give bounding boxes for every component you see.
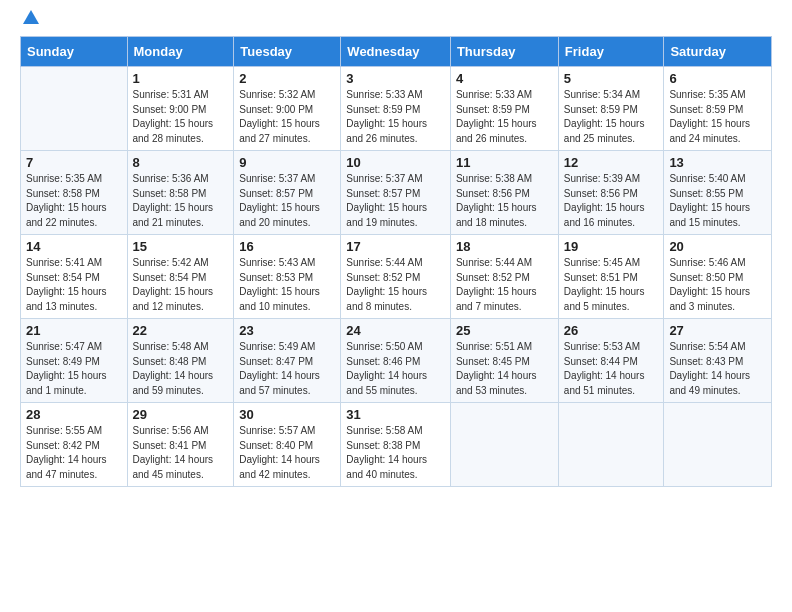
day-info: Sunrise: 5:54 AM Sunset: 8:43 PM Dayligh… (669, 340, 766, 398)
day-info: Sunrise: 5:45 AM Sunset: 8:51 PM Dayligh… (564, 256, 659, 314)
calendar-week-row: 1Sunrise: 5:31 AM Sunset: 9:00 PM Daylig… (21, 67, 772, 151)
day-number: 10 (346, 155, 445, 170)
calendar-cell: 29Sunrise: 5:56 AM Sunset: 8:41 PM Dayli… (127, 403, 234, 487)
day-info: Sunrise: 5:37 AM Sunset: 8:57 PM Dayligh… (239, 172, 335, 230)
calendar-cell: 9Sunrise: 5:37 AM Sunset: 8:57 PM Daylig… (234, 151, 341, 235)
day-header-saturday: Saturday (664, 37, 772, 67)
calendar-cell: 28Sunrise: 5:55 AM Sunset: 8:42 PM Dayli… (21, 403, 128, 487)
day-number: 13 (669, 155, 766, 170)
day-info: Sunrise: 5:51 AM Sunset: 8:45 PM Dayligh… (456, 340, 553, 398)
day-number: 8 (133, 155, 229, 170)
calendar-cell: 16Sunrise: 5:43 AM Sunset: 8:53 PM Dayli… (234, 235, 341, 319)
day-number: 22 (133, 323, 229, 338)
calendar-cell: 7Sunrise: 5:35 AM Sunset: 8:58 PM Daylig… (21, 151, 128, 235)
day-info: Sunrise: 5:49 AM Sunset: 8:47 PM Dayligh… (239, 340, 335, 398)
day-info: Sunrise: 5:56 AM Sunset: 8:41 PM Dayligh… (133, 424, 229, 482)
day-header-friday: Friday (558, 37, 664, 67)
day-info: Sunrise: 5:32 AM Sunset: 9:00 PM Dayligh… (239, 88, 335, 146)
day-number: 16 (239, 239, 335, 254)
calendar-cell (21, 67, 128, 151)
calendar-cell (450, 403, 558, 487)
day-header-wednesday: Wednesday (341, 37, 451, 67)
day-info: Sunrise: 5:31 AM Sunset: 9:00 PM Dayligh… (133, 88, 229, 146)
calendar-header-row: SundayMondayTuesdayWednesdayThursdayFrid… (21, 37, 772, 67)
day-number: 9 (239, 155, 335, 170)
day-number: 18 (456, 239, 553, 254)
calendar-cell: 6Sunrise: 5:35 AM Sunset: 8:59 PM Daylig… (664, 67, 772, 151)
calendar-week-row: 28Sunrise: 5:55 AM Sunset: 8:42 PM Dayli… (21, 403, 772, 487)
calendar-cell: 22Sunrise: 5:48 AM Sunset: 8:48 PM Dayli… (127, 319, 234, 403)
day-info: Sunrise: 5:35 AM Sunset: 8:58 PM Dayligh… (26, 172, 122, 230)
calendar-cell: 2Sunrise: 5:32 AM Sunset: 9:00 PM Daylig… (234, 67, 341, 151)
calendar-cell: 1Sunrise: 5:31 AM Sunset: 9:00 PM Daylig… (127, 67, 234, 151)
calendar-cell: 26Sunrise: 5:53 AM Sunset: 8:44 PM Dayli… (558, 319, 664, 403)
day-number: 24 (346, 323, 445, 338)
day-number: 7 (26, 155, 122, 170)
day-info: Sunrise: 5:34 AM Sunset: 8:59 PM Dayligh… (564, 88, 659, 146)
calendar-cell: 15Sunrise: 5:42 AM Sunset: 8:54 PM Dayli… (127, 235, 234, 319)
day-info: Sunrise: 5:42 AM Sunset: 8:54 PM Dayligh… (133, 256, 229, 314)
svg-marker-0 (23, 10, 39, 24)
day-number: 3 (346, 71, 445, 86)
day-info: Sunrise: 5:46 AM Sunset: 8:50 PM Dayligh… (669, 256, 766, 314)
day-info: Sunrise: 5:47 AM Sunset: 8:49 PM Dayligh… (26, 340, 122, 398)
day-header-sunday: Sunday (21, 37, 128, 67)
day-info: Sunrise: 5:43 AM Sunset: 8:53 PM Dayligh… (239, 256, 335, 314)
day-header-monday: Monday (127, 37, 234, 67)
day-info: Sunrise: 5:53 AM Sunset: 8:44 PM Dayligh… (564, 340, 659, 398)
day-number: 26 (564, 323, 659, 338)
day-number: 11 (456, 155, 553, 170)
day-number: 31 (346, 407, 445, 422)
calendar-cell: 30Sunrise: 5:57 AM Sunset: 8:40 PM Dayli… (234, 403, 341, 487)
day-number: 28 (26, 407, 122, 422)
day-info: Sunrise: 5:35 AM Sunset: 8:59 PM Dayligh… (669, 88, 766, 146)
day-info: Sunrise: 5:55 AM Sunset: 8:42 PM Dayligh… (26, 424, 122, 482)
day-info: Sunrise: 5:57 AM Sunset: 8:40 PM Dayligh… (239, 424, 335, 482)
calendar-cell (664, 403, 772, 487)
logo-icon (22, 8, 40, 26)
day-number: 23 (239, 323, 335, 338)
calendar-cell: 13Sunrise: 5:40 AM Sunset: 8:55 PM Dayli… (664, 151, 772, 235)
calendar-cell: 23Sunrise: 5:49 AM Sunset: 8:47 PM Dayli… (234, 319, 341, 403)
day-number: 29 (133, 407, 229, 422)
day-info: Sunrise: 5:33 AM Sunset: 8:59 PM Dayligh… (456, 88, 553, 146)
day-number: 12 (564, 155, 659, 170)
calendar-week-row: 7Sunrise: 5:35 AM Sunset: 8:58 PM Daylig… (21, 151, 772, 235)
day-info: Sunrise: 5:44 AM Sunset: 8:52 PM Dayligh… (346, 256, 445, 314)
day-number: 5 (564, 71, 659, 86)
calendar-cell (558, 403, 664, 487)
day-number: 19 (564, 239, 659, 254)
calendar-cell: 3Sunrise: 5:33 AM Sunset: 8:59 PM Daylig… (341, 67, 451, 151)
day-header-tuesday: Tuesday (234, 37, 341, 67)
day-info: Sunrise: 5:37 AM Sunset: 8:57 PM Dayligh… (346, 172, 445, 230)
calendar-cell: 20Sunrise: 5:46 AM Sunset: 8:50 PM Dayli… (664, 235, 772, 319)
day-number: 4 (456, 71, 553, 86)
calendar-cell: 21Sunrise: 5:47 AM Sunset: 8:49 PM Dayli… (21, 319, 128, 403)
day-info: Sunrise: 5:48 AM Sunset: 8:48 PM Dayligh… (133, 340, 229, 398)
day-info: Sunrise: 5:40 AM Sunset: 8:55 PM Dayligh… (669, 172, 766, 230)
day-number: 30 (239, 407, 335, 422)
day-number: 1 (133, 71, 229, 86)
day-info: Sunrise: 5:50 AM Sunset: 8:46 PM Dayligh… (346, 340, 445, 398)
day-info: Sunrise: 5:39 AM Sunset: 8:56 PM Dayligh… (564, 172, 659, 230)
calendar-table: SundayMondayTuesdayWednesdayThursdayFrid… (20, 36, 772, 487)
day-info: Sunrise: 5:41 AM Sunset: 8:54 PM Dayligh… (26, 256, 122, 314)
day-number: 20 (669, 239, 766, 254)
calendar-cell: 12Sunrise: 5:39 AM Sunset: 8:56 PM Dayli… (558, 151, 664, 235)
calendar-cell: 4Sunrise: 5:33 AM Sunset: 8:59 PM Daylig… (450, 67, 558, 151)
day-info: Sunrise: 5:44 AM Sunset: 8:52 PM Dayligh… (456, 256, 553, 314)
calendar-cell: 19Sunrise: 5:45 AM Sunset: 8:51 PM Dayli… (558, 235, 664, 319)
day-info: Sunrise: 5:36 AM Sunset: 8:58 PM Dayligh… (133, 172, 229, 230)
day-number: 15 (133, 239, 229, 254)
calendar-cell: 14Sunrise: 5:41 AM Sunset: 8:54 PM Dayli… (21, 235, 128, 319)
calendar-week-row: 14Sunrise: 5:41 AM Sunset: 8:54 PM Dayli… (21, 235, 772, 319)
calendar-cell: 31Sunrise: 5:58 AM Sunset: 8:38 PM Dayli… (341, 403, 451, 487)
day-number: 14 (26, 239, 122, 254)
day-number: 25 (456, 323, 553, 338)
day-number: 2 (239, 71, 335, 86)
logo (20, 16, 40, 26)
calendar-cell: 18Sunrise: 5:44 AM Sunset: 8:52 PM Dayli… (450, 235, 558, 319)
day-number: 27 (669, 323, 766, 338)
calendar-cell: 5Sunrise: 5:34 AM Sunset: 8:59 PM Daylig… (558, 67, 664, 151)
calendar-cell: 24Sunrise: 5:50 AM Sunset: 8:46 PM Dayli… (341, 319, 451, 403)
